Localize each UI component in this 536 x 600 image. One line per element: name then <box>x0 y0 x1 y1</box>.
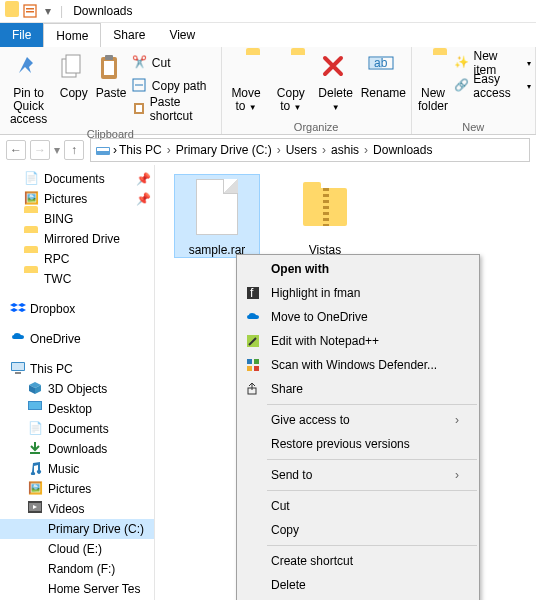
documents-icon: 📄 <box>28 421 44 437</box>
rename-button[interactable]: ab Rename <box>360 49 407 100</box>
menu-restore-versions[interactable]: Restore previous versions <box>237 432 479 456</box>
quick-access-toolbar: ▾ | <box>4 3 65 19</box>
tree-cloud-drive[interactable]: Cloud (E:) <box>0 539 154 559</box>
defender-icon <box>243 356 263 374</box>
crumb-users[interactable]: Users› <box>286 143 329 157</box>
copy-button[interactable]: Copy <box>57 49 90 100</box>
file-sample-rar[interactable]: sample.rar <box>175 175 259 257</box>
qat-dropdown-icon[interactable]: ▾ <box>40 3 56 19</box>
tab-home[interactable]: Home <box>43 23 101 47</box>
tree-rpc[interactable]: RPC <box>0 249 154 269</box>
chevron-right-icon: › <box>455 468 459 482</box>
tree-bing[interactable]: BING <box>0 209 154 229</box>
tree-twc[interactable]: TWC <box>0 269 154 289</box>
svg-rect-21 <box>30 452 40 454</box>
drive-icon <box>28 581 44 597</box>
documents-icon: 📄 <box>24 171 40 187</box>
cut-button[interactable]: ✂️ Cut <box>132 53 217 73</box>
menu-create-shortcut[interactable]: Create shortcut <box>237 549 479 573</box>
menu-highlight-fman[interactable]: fHighlight in fman <box>237 281 479 305</box>
svg-rect-7 <box>105 55 113 60</box>
ribbon-group-clipboard: Pin to Quick access Copy Paste ✂️ Cut Co… <box>0 47 222 134</box>
menu-share[interactable]: Share <box>237 377 479 401</box>
folder-icon <box>24 211 40 227</box>
tree-pictures2[interactable]: 🖼️Pictures <box>0 479 154 499</box>
copy-path-button[interactable]: Copy path <box>132 76 217 96</box>
tab-file[interactable]: File <box>0 23 43 47</box>
address-bar: ← → ▾ ↑ › This PC› Primary Drive (C:)› U… <box>0 135 536 165</box>
menu-delete[interactable]: Delete <box>237 573 479 597</box>
menu-separator <box>267 545 477 546</box>
menu-cut[interactable]: Cut <box>237 494 479 518</box>
menu-send-to[interactable]: Send to› <box>237 463 479 487</box>
svg-text:ab: ab <box>374 56 388 70</box>
menu-edit-notepad[interactable]: Edit with Notepad++ <box>237 329 479 353</box>
menu-open-with[interactable]: Open with <box>237 257 479 281</box>
file-vistas[interactable]: Vistas <box>283 175 367 257</box>
chevron-icon[interactable]: › <box>113 143 117 157</box>
folder-icon <box>24 231 40 247</box>
paste-shortcut-button[interactable]: Paste shortcut <box>132 99 217 119</box>
tree-desktop[interactable]: Desktop <box>0 399 154 419</box>
paste-shortcut-icon <box>132 101 146 117</box>
new-item-button[interactable]: ✨ New item▾ <box>454 53 531 73</box>
share-icon <box>243 380 263 398</box>
window-title: Downloads <box>73 4 132 18</box>
new-folder-button[interactable]: New folder <box>416 49 451 113</box>
pin-quick-access-button[interactable]: Pin to Quick access <box>4 49 53 127</box>
cube-icon <box>28 381 44 397</box>
svg-rect-10 <box>136 105 142 112</box>
breadcrumb-bar[interactable]: › This PC› Primary Drive (C:)› Users› as… <box>90 138 530 162</box>
crumb-thispc[interactable]: This PC› <box>119 143 174 157</box>
tree-music[interactable]: Music <box>0 459 154 479</box>
pin-label: Pin to Quick access <box>4 87 53 127</box>
menu-give-access[interactable]: Give access to› <box>237 408 479 432</box>
tree-3dobjects[interactable]: 3D Objects <box>0 379 154 399</box>
paste-button[interactable]: Paste <box>94 49 127 100</box>
ribbon: Pin to Quick access Copy Paste ✂️ Cut Co… <box>0 47 536 135</box>
folder-icon <box>24 251 40 267</box>
crumb-drive[interactable]: Primary Drive (C:)› <box>176 143 284 157</box>
history-dropdown[interactable]: ▾ <box>54 143 60 157</box>
blank-file-icon <box>185 175 249 239</box>
new-group-label: New <box>416 120 531 134</box>
crumb-downloads[interactable]: Downloads <box>373 143 432 157</box>
back-button[interactable]: ← <box>6 140 26 160</box>
properties-icon[interactable] <box>22 3 38 19</box>
move-to-button[interactable]: Move to ▼ <box>226 49 267 113</box>
tree-documents[interactable]: 📄Documents📌 <box>0 169 154 189</box>
tree-pictures[interactable]: 🖼️Pictures📌 <box>0 189 154 209</box>
nav-buttons: ← → ▾ ↑ <box>6 140 84 160</box>
forward-button[interactable]: → <box>30 140 50 160</box>
up-button[interactable]: ↑ <box>64 140 84 160</box>
tree-videos[interactable]: Videos <box>0 499 154 519</box>
notepad-plus-icon <box>243 332 263 350</box>
menu-copy[interactable]: Copy <box>237 518 479 542</box>
crumb-user[interactable]: ashis› <box>331 143 371 157</box>
tree-mirrored[interactable]: Mirrored Drive <box>0 229 154 249</box>
menu-move-onedrive[interactable]: Move to OneDrive <box>237 305 479 329</box>
menu-scan-defender[interactable]: Scan with Windows Defender... <box>237 353 479 377</box>
tree-onedrive[interactable]: OneDrive <box>0 329 154 349</box>
tab-view[interactable]: View <box>157 23 207 47</box>
tree-documents2[interactable]: 📄Documents <box>0 419 154 439</box>
svg-rect-15 <box>97 148 109 151</box>
drive-icon <box>28 561 44 577</box>
easy-access-button[interactable]: 🔗 Easy access▾ <box>454 76 531 96</box>
drive-icon <box>95 142 111 158</box>
tree-downloads[interactable]: Downloads <box>0 439 154 459</box>
organize-group-label: Organize <box>226 120 407 134</box>
pictures-icon: 🖼️ <box>24 191 40 207</box>
svg-rect-4 <box>66 55 80 73</box>
nav-tree[interactable]: 📄Documents📌 🖼️Pictures📌 BING Mirrored Dr… <box>0 165 155 600</box>
copy-to-button[interactable]: Copy to ▼ <box>270 49 311 113</box>
svg-rect-29 <box>247 366 252 371</box>
tree-homeserver[interactable]: Home Server Tes <box>0 579 154 599</box>
folder-icon <box>24 271 40 287</box>
delete-button[interactable]: Delete ▼ <box>315 49 356 113</box>
tab-share[interactable]: Share <box>101 23 157 47</box>
tree-random-drive[interactable]: Random (F:) <box>0 559 154 579</box>
tree-primary-drive[interactable]: Primary Drive (C:) <box>0 519 154 539</box>
tree-thispc[interactable]: This PC <box>0 359 154 379</box>
tree-dropbox[interactable]: Dropbox <box>0 299 154 319</box>
